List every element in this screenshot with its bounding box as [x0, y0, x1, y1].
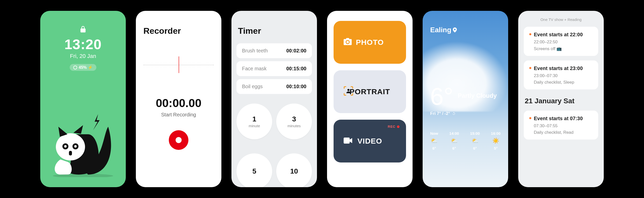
- weather-range: Fri 7° / -2°: [430, 111, 501, 116]
- refresh-icon[interactable]: [452, 112, 456, 115]
- record-button[interactable]: [169, 130, 188, 150]
- lockscreen-time: 13:20: [64, 36, 102, 52]
- lockscreen-illustration: [40, 112, 126, 177]
- mode-label: VIDEO: [357, 137, 382, 145]
- event-title: Event starts at 23:00: [534, 65, 593, 71]
- event-dot: [529, 117, 531, 119]
- timer-screen: Timer Brush teeth 00:02:00 Face mask 00:…: [231, 11, 317, 187]
- recorder-time: 00:00.00: [156, 96, 202, 110]
- quick-num: 5: [252, 167, 256, 175]
- quick-unit: minutes: [288, 124, 301, 128]
- video-icon: [344, 137, 352, 145]
- event-desc: Daily checklist, Sleep: [534, 80, 593, 85]
- hour-slot[interactable]: 16:00 ☀️ 5°: [491, 131, 501, 150]
- recorder-title: Recorder: [143, 26, 181, 36]
- preset-value: 00:02:00: [286, 48, 306, 54]
- timer-preset[interactable]: Face mask 00:15:00: [236, 61, 312, 76]
- battery-text: 45% ⚡: [79, 65, 93, 70]
- weather-location[interactable]: Ealing: [430, 26, 501, 34]
- weather-screen: Ealing 6° Partly Cloudy Fri 7° / -2° Now…: [423, 11, 508, 187]
- event-card[interactable]: Event starts at 23:00 23:00–07:30 Daily …: [524, 60, 598, 89]
- hour-temp: 6°: [473, 146, 477, 150]
- rec-indicator: REC: [388, 125, 399, 128]
- mode-label: PHOTO: [356, 38, 384, 47]
- timer-preset[interactable]: Boil eggs 00:10:00: [236, 79, 312, 94]
- overflow-summary: One TV show + Reading: [524, 17, 598, 22]
- battery-pill[interactable]: 45% ⚡: [70, 64, 96, 71]
- svg-rect-6: [69, 151, 72, 155]
- quick-unit: minute: [249, 124, 260, 128]
- mode-portrait[interactable]: PORTRAIT: [334, 70, 406, 113]
- hour-temp: 6°: [452, 146, 456, 150]
- recorder-subtitle: Start Recording: [161, 112, 196, 118]
- camera-icon: [344, 38, 352, 47]
- recorder-waveform: [143, 51, 214, 79]
- event-dot: [529, 67, 531, 69]
- hour-slot[interactable]: Now ⛅ 6°: [430, 131, 438, 150]
- quick-timer[interactable]: 3 minutes: [276, 104, 312, 139]
- hourly-forecast: Now ⛅ 6° 14:00 ⛅ 6° 15:00 ⛅ 6° 16:00 ☀️ …: [430, 131, 501, 150]
- hour-temp: 6°: [432, 146, 436, 150]
- hour-slot[interactable]: 14:00 ⛅ 6°: [449, 131, 459, 150]
- svg-rect-9: [344, 138, 350, 144]
- calendar-screen: One TV show + Reading Event starts at 22…: [518, 11, 604, 187]
- svg-point-3: [64, 145, 67, 148]
- lock-icon: [80, 26, 86, 32]
- weather-condition: Partly Cloudy: [458, 92, 497, 99]
- event-card[interactable]: Event starts at 07:30 07:30–07:55 Daily …: [524, 111, 598, 140]
- event-time: 07:30–07:55: [534, 123, 593, 128]
- day-header: 21 January Sat: [525, 97, 598, 105]
- weather-icon: ⛅: [431, 138, 437, 144]
- lockscreen: 13:20 Fri, 20 Jan 45% ⚡: [40, 11, 126, 187]
- mode-photo[interactable]: PHOTO: [334, 21, 406, 64]
- quick-num: 1: [252, 115, 256, 123]
- event-desc: Daily checklist, Read: [534, 130, 593, 135]
- preset-label: Boil eggs: [242, 84, 263, 89]
- mode-label: PORTRAIT: [349, 87, 390, 96]
- camera-modes-screen: PHOTO PORTRAIT REC VIDEO: [327, 11, 413, 187]
- pin-icon: [453, 27, 457, 32]
- event-time: 23:00–07:30: [534, 73, 593, 78]
- recorder-screen: Recorder 00:00.00 Start Recording: [136, 11, 221, 187]
- hour-temp: 5°: [494, 146, 498, 150]
- svg-point-0: [73, 66, 77, 69]
- event-title: Event starts at 22:00: [534, 32, 593, 38]
- hour-slot[interactable]: 15:00 ⛅ 6°: [470, 131, 480, 150]
- lockscreen-date: Fri, 20 Jan: [70, 53, 96, 59]
- quick-timer[interactable]: 5: [236, 153, 272, 187]
- weather-icon: ⛅: [472, 138, 478, 144]
- event-time: 22:00–22:50: [534, 40, 593, 45]
- quick-num: 10: [290, 167, 298, 175]
- weather-icon: ☀️: [492, 138, 499, 144]
- event-card[interactable]: Event starts at 22:00 22:00–22:50 Screen…: [524, 27, 598, 56]
- quick-num: 3: [292, 115, 296, 123]
- preset-value: 00:10:00: [286, 84, 306, 89]
- hour-time: 15:00: [470, 131, 480, 136]
- hour-time: 14:00: [449, 131, 459, 136]
- timer-title: Timer: [238, 26, 312, 36]
- preset-label: Face mask: [242, 66, 267, 72]
- mode-video[interactable]: REC VIDEO: [334, 120, 406, 162]
- svg-point-1: [56, 133, 85, 160]
- weather-temp: 6°: [430, 84, 453, 109]
- hour-time: 16:00: [491, 131, 501, 136]
- hour-time: Now: [430, 131, 438, 136]
- battery-icon: [73, 65, 77, 70]
- weather-icon: ⛅: [451, 138, 458, 144]
- preset-label: Brush teeth: [242, 48, 268, 54]
- svg-point-8: [347, 89, 349, 91]
- event-dot: [529, 33, 531, 35]
- preset-value: 00:15:00: [286, 66, 306, 72]
- event-desc: Screens off 📺: [534, 46, 593, 51]
- quick-timer[interactable]: 1 minute: [236, 104, 272, 139]
- svg-point-5: [74, 145, 77, 148]
- portrait-icon: [344, 86, 353, 97]
- event-title: Event starts at 07:30: [534, 116, 593, 121]
- timer-preset[interactable]: Brush teeth 00:02:00: [236, 43, 312, 58]
- quick-timer[interactable]: 10: [276, 153, 312, 187]
